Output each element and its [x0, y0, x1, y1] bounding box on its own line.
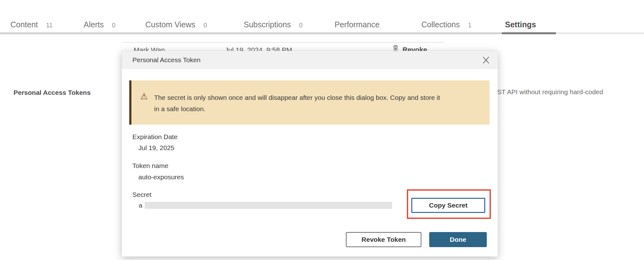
tabbar-underline-light	[556, 32, 644, 34]
tab-alerts[interactable]: Alerts 0	[84, 20, 115, 29]
tab-content[interactable]: Content 11	[10, 20, 53, 29]
expiration-date-label: Expiration Date	[132, 133, 178, 141]
tabbar-underline-active	[502, 32, 556, 34]
revoke-token-button[interactable]: Revoke Token	[346, 232, 421, 247]
secret-value-visible-char: a	[139, 202, 142, 209]
tab-label: Alerts	[84, 20, 104, 29]
token-name-label: Token name	[132, 162, 168, 170]
tab-label: Content	[10, 20, 38, 29]
tab-settings[interactable]: Settings	[505, 20, 536, 29]
tabbar-underline	[0, 32, 502, 34]
secret-warning-banner: ⚠ The secret is only shown once and will…	[129, 80, 490, 125]
settings-page: Content 11 Alerts 0 Custom Views 0 Subsc…	[0, 0, 644, 260]
expiration-date-value: Jul 19, 2025	[138, 144, 174, 152]
copy-secret-button[interactable]: Copy Secret	[411, 198, 485, 213]
token-name-value: auto-exposures	[138, 173, 184, 181]
token-table-border	[123, 42, 444, 43]
tab-label: Performance	[335, 20, 380, 29]
done-button[interactable]: Done	[429, 232, 487, 247]
dialog-header: Personal Access Token	[122, 51, 498, 69]
personal-access-token-dialog: Personal Access Token ⚠ The secret is on…	[122, 51, 498, 257]
warning-message: The secret is only shown once and will d…	[154, 92, 441, 115]
tab-count: 0	[203, 22, 207, 29]
tab-collections[interactable]: Collections 1	[421, 20, 471, 29]
tab-count: 0	[299, 22, 303, 29]
secret-redaction-bar	[145, 202, 392, 209]
close-icon[interactable]	[481, 56, 490, 64]
dialog-title: Personal Access Token	[132, 56, 201, 64]
secret-value-row: a	[139, 202, 392, 209]
tab-count: 1	[468, 22, 471, 29]
tab-label: Settings	[505, 20, 536, 29]
tab-label: Subscriptions	[244, 20, 291, 29]
tab-subscriptions[interactable]: Subscriptions 0	[244, 20, 303, 29]
tab-count: 11	[46, 22, 53, 29]
tab-label: Collections	[421, 20, 460, 29]
section-description-fragment: ST API without requiring hard-coded	[497, 88, 603, 96]
section-label-personal-access-tokens: Personal Access Tokens	[14, 89, 91, 96]
tab-label: Custom Views	[145, 20, 195, 29]
tab-performance[interactable]: Performance	[335, 20, 380, 29]
tab-custom-views[interactable]: Custom Views 0	[145, 20, 207, 29]
tab-count: 0	[112, 22, 115, 29]
secret-label: Secret	[132, 191, 152, 198]
warning-triangle-icon: ⚠	[140, 92, 148, 101]
